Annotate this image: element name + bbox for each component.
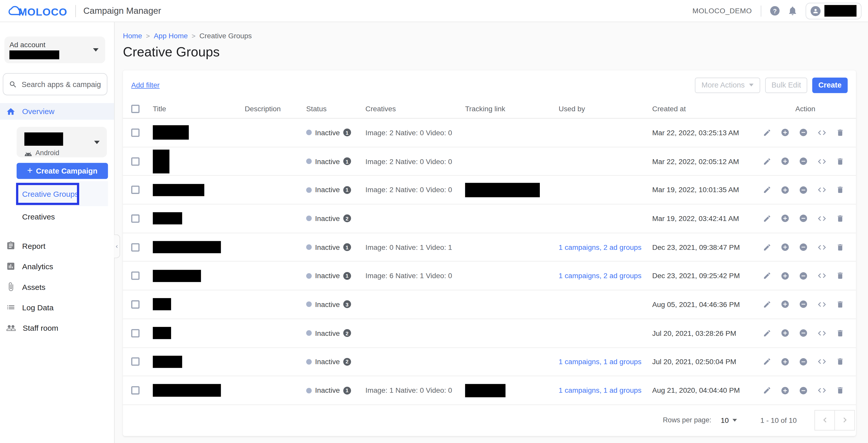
code-icon[interactable] (817, 156, 827, 166)
sidebar-item-creatives[interactable]: Creatives (22, 210, 114, 223)
sidebar-item-assets[interactable]: Assets (0, 276, 114, 297)
row-checkbox[interactable] (131, 157, 140, 166)
delete-trash-icon[interactable] (836, 300, 844, 309)
remove-circle-icon[interactable] (799, 214, 808, 223)
remove-circle-icon[interactable] (799, 300, 808, 309)
sidebar-collapse-button[interactable] (114, 234, 120, 258)
row-checkbox[interactable] (131, 243, 140, 252)
used-by-link[interactable]: 1 campaigns, 2 ad groups (559, 272, 642, 280)
code-icon[interactable] (817, 185, 827, 195)
add-circle-icon[interactable] (781, 329, 790, 337)
add-circle-icon[interactable] (781, 300, 790, 309)
create-campaign-button[interactable]: + Create Campaign (17, 163, 108, 179)
remove-circle-icon[interactable] (799, 185, 808, 195)
bulk-edit-button[interactable]: Bulk Edit (765, 77, 807, 93)
status-count-badge[interactable]: 1 (343, 157, 351, 165)
sidebar-item-staff-room[interactable]: Staff room (0, 318, 114, 338)
add-filter-link[interactable]: Add filter (131, 81, 160, 89)
code-icon[interactable] (817, 214, 827, 223)
next-page-button[interactable] (834, 410, 855, 430)
notifications-bell-icon[interactable] (787, 6, 798, 16)
code-icon[interactable] (817, 242, 827, 252)
app-selector[interactable]: Android (17, 127, 107, 157)
previous-page-button[interactable] (814, 410, 835, 430)
used-by-link[interactable]: 1 campaigns, 2 ad groups (559, 243, 642, 252)
row-checkbox[interactable] (131, 329, 140, 337)
edit-pencil-icon[interactable] (763, 300, 771, 309)
add-circle-icon[interactable] (781, 214, 790, 223)
edit-pencil-icon[interactable] (763, 243, 771, 252)
add-circle-icon[interactable] (781, 185, 790, 195)
edit-pencil-icon[interactable] (763, 186, 771, 194)
row-checkbox[interactable] (131, 272, 140, 280)
add-circle-icon[interactable] (781, 271, 790, 280)
edit-pencil-icon[interactable] (763, 128, 771, 137)
sidebar-item-report[interactable]: Report (0, 236, 114, 256)
help-icon[interactable]: ? (770, 6, 779, 16)
delete-trash-icon[interactable] (836, 157, 844, 166)
row-checkbox[interactable] (131, 357, 140, 366)
status-count-badge[interactable]: 2 (343, 329, 351, 337)
add-circle-icon[interactable] (781, 357, 790, 366)
remove-circle-icon[interactable] (799, 243, 808, 252)
status-count-badge[interactable]: 1 (343, 272, 351, 280)
sidebar-item-log-data[interactable]: Log Data (0, 297, 114, 318)
code-icon[interactable] (817, 386, 827, 395)
status-count-badge[interactable]: 1 (343, 243, 351, 251)
used-by-link[interactable]: 1 campaigns, 1 ad groups (559, 386, 642, 394)
remove-circle-icon[interactable] (799, 128, 808, 137)
edit-pencil-icon[interactable] (763, 357, 771, 366)
delete-trash-icon[interactable] (836, 357, 844, 366)
code-icon[interactable] (817, 300, 827, 309)
add-circle-icon[interactable] (781, 386, 790, 395)
edit-pencil-icon[interactable] (763, 214, 771, 223)
more-actions-button[interactable]: More Actions (695, 77, 760, 93)
breadcrumb-app-home[interactable]: App Home (154, 32, 188, 40)
remove-circle-icon[interactable] (799, 386, 808, 395)
delete-trash-icon[interactable] (836, 186, 844, 194)
add-circle-icon[interactable] (781, 128, 790, 137)
row-checkbox[interactable] (131, 300, 140, 309)
sidebar-item-overview[interactable]: Overview (0, 103, 114, 120)
used-by-link[interactable]: 1 campaigns, 1 ad groups (559, 357, 642, 366)
search-input[interactable] (22, 80, 101, 89)
add-circle-icon[interactable] (781, 157, 790, 166)
remove-circle-icon[interactable] (799, 357, 808, 366)
moloco-logo[interactable]: MOLOCO (7, 4, 67, 18)
create-button[interactable]: Create (812, 77, 847, 93)
status-count-badge[interactable]: 2 (343, 215, 351, 222)
row-checkbox[interactable] (131, 128, 140, 137)
status-count-badge[interactable]: 1 (343, 186, 351, 194)
rows-per-page-select[interactable]: 10 (721, 416, 737, 424)
select-all-checkbox[interactable] (131, 105, 140, 113)
status-count-badge[interactable]: 3 (343, 301, 351, 308)
ad-account-selector[interactable]: Ad account (4, 36, 105, 63)
edit-pencil-icon[interactable] (763, 329, 771, 337)
delete-trash-icon[interactable] (836, 386, 844, 394)
remove-circle-icon[interactable] (799, 157, 808, 166)
code-icon[interactable] (817, 328, 827, 338)
remove-circle-icon[interactable] (799, 271, 808, 280)
delete-trash-icon[interactable] (836, 128, 844, 137)
remove-circle-icon[interactable] (799, 329, 808, 337)
row-checkbox[interactable] (131, 214, 140, 223)
status-count-badge[interactable]: 2 (343, 358, 351, 365)
profile-menu[interactable] (806, 3, 861, 19)
delete-trash-icon[interactable] (836, 214, 844, 223)
delete-trash-icon[interactable] (836, 329, 844, 337)
sidebar-item-analytics[interactable]: Analytics (0, 256, 114, 276)
status-count-badge[interactable]: 1 (343, 387, 351, 394)
row-checkbox[interactable] (131, 186, 140, 194)
edit-pencil-icon[interactable] (763, 272, 771, 280)
code-icon[interactable] (817, 357, 827, 366)
breadcrumb-home[interactable]: Home (123, 32, 142, 40)
add-circle-icon[interactable] (781, 243, 790, 252)
delete-trash-icon[interactable] (836, 272, 844, 280)
status-count-badge[interactable]: 1 (343, 128, 351, 136)
row-checkbox[interactable] (131, 386, 140, 394)
delete-trash-icon[interactable] (836, 243, 844, 252)
edit-pencil-icon[interactable] (763, 157, 771, 166)
edit-pencil-icon[interactable] (763, 386, 771, 394)
code-icon[interactable] (817, 271, 827, 280)
code-icon[interactable] (817, 128, 827, 137)
